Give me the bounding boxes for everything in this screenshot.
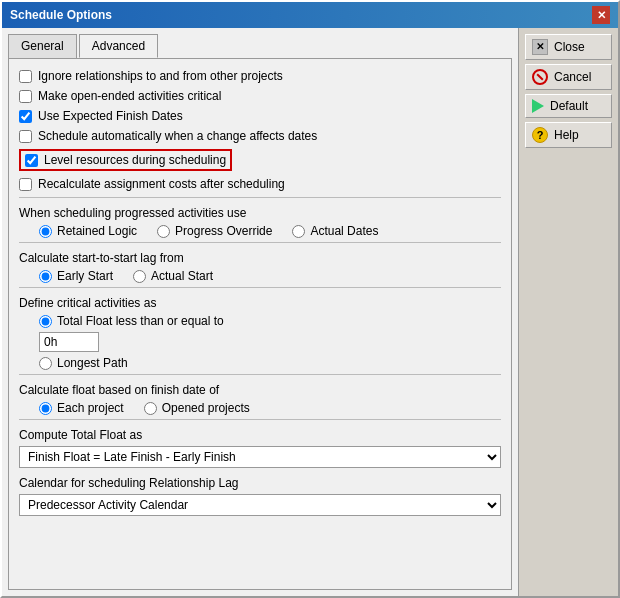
actual-dates-row: Actual Dates [292,224,378,238]
default-button[interactable]: Default [525,94,612,118]
title-bar: Schedule Options ✕ [2,2,618,28]
schedule-options-dialog: Schedule Options ✕ General Advanced Igno… [0,0,620,598]
divider-3 [19,287,501,288]
each-project-row: Each project [39,401,124,415]
retained-logic-label: Retained Logic [57,224,137,238]
ignore-relationships-checkbox[interactable] [19,70,32,83]
early-start-row: Early Start [39,269,113,283]
progress-override-row: Progress Override [157,224,272,238]
total-float-radio[interactable] [39,315,52,328]
help-icon: ? [532,127,548,143]
compute-total-float-dropdown-row: Finish Float = Late Finish - Early Finis… [19,446,501,468]
opened-projects-row: Opened projects [144,401,250,415]
calendar-lag-dropdown[interactable]: Predecessor Activity Calendar Successor … [19,494,501,516]
recalculate-costs-label: Recalculate assignment costs after sched… [38,177,285,191]
ignore-relationships-row: Ignore relationships to and from other p… [19,69,501,83]
critical-activities-label: Define critical activities as [19,296,501,310]
schedule-automatically-row: Schedule automatically when a change aff… [19,129,501,143]
divider-1 [19,197,501,198]
tab-content: Ignore relationships to and from other p… [8,58,512,590]
early-start-label: Early Start [57,269,113,283]
dialog-title: Schedule Options [10,8,112,22]
level-resources-label: Level resources during scheduling [44,153,226,167]
actual-dates-label: Actual Dates [310,224,378,238]
actual-dates-radio[interactable] [292,225,305,238]
start-lag-group: Early Start Actual Start [39,269,501,283]
opened-projects-radio[interactable] [144,402,157,415]
float-finish-group: Each project Opened projects [39,401,501,415]
progress-override-label: Progress Override [175,224,272,238]
use-expected-finish-checkbox[interactable] [19,110,32,123]
opened-projects-label: Opened projects [162,401,250,415]
tab-bar: General Advanced [8,34,512,58]
default-icon [532,99,544,113]
compute-total-float-dropdown[interactable]: Finish Float = Late Finish - Early Finis… [19,446,501,468]
cancel-button[interactable]: Cancel [525,64,612,90]
compute-total-float-label: Compute Total Float as [19,428,501,442]
use-expected-finish-label: Use Expected Finish Dates [38,109,183,123]
title-close-button[interactable]: ✕ [592,6,610,24]
main-content: General Advanced Ignore relationships to… [2,28,518,596]
longest-path-radio[interactable] [39,357,52,370]
level-resources-row: Level resources during scheduling [19,149,232,171]
progress-override-radio[interactable] [157,225,170,238]
divider-2 [19,242,501,243]
tab-general[interactable]: General [8,34,77,58]
each-project-radio[interactable] [39,402,52,415]
longest-path-row: Longest Path [39,356,501,370]
start-lag-label: Calculate start-to-start lag from [19,251,501,265]
scheduling-progressed-label: When scheduling progressed activities us… [19,206,501,220]
float-finish-label: Calculate float based on finish date of [19,383,501,397]
recalculate-costs-row: Recalculate assignment costs after sched… [19,177,501,191]
total-float-row: Total Float less than or equal to [39,314,501,328]
actual-start-label: Actual Start [151,269,213,283]
use-expected-finish-row: Use Expected Finish Dates [19,109,501,123]
float-value-input[interactable] [39,332,99,352]
help-label: Help [554,128,579,142]
retained-logic-radio[interactable] [39,225,52,238]
retained-logic-row: Retained Logic [39,224,137,238]
float-input-row [39,332,501,352]
tab-advanced[interactable]: Advanced [79,34,158,58]
divider-5 [19,419,501,420]
help-button[interactable]: ? Help [525,122,612,148]
make-open-ended-checkbox[interactable] [19,90,32,103]
close-button[interactable]: ✕ Close [525,34,612,60]
calendar-lag-dropdown-row: Predecessor Activity Calendar Successor … [19,494,501,516]
total-float-label: Total Float less than or equal to [57,314,224,328]
early-start-radio[interactable] [39,270,52,283]
cancel-icon [532,69,548,85]
make-open-ended-row: Make open-ended activities critical [19,89,501,103]
dialog-body: General Advanced Ignore relationships to… [2,28,618,596]
default-label: Default [550,99,588,113]
make-open-ended-label: Make open-ended activities critical [38,89,221,103]
schedule-automatically-label: Schedule automatically when a change aff… [38,129,317,143]
each-project-label: Each project [57,401,124,415]
sidebar: ✕ Close Cancel Default ? Help [518,28,618,596]
recalculate-costs-checkbox[interactable] [19,178,32,191]
scheduling-progressed-group: Retained Logic Progress Override Actual … [39,224,501,238]
actual-start-row: Actual Start [133,269,213,283]
longest-path-label: Longest Path [57,356,128,370]
schedule-automatically-checkbox[interactable] [19,130,32,143]
actual-start-radio[interactable] [133,270,146,283]
level-resources-checkbox[interactable] [25,154,38,167]
calendar-lag-label: Calendar for scheduling Relationship Lag [19,476,501,490]
close-icon: ✕ [532,39,548,55]
cancel-label: Cancel [554,70,591,84]
close-label: Close [554,40,585,54]
divider-4 [19,374,501,375]
ignore-relationships-label: Ignore relationships to and from other p… [38,69,283,83]
